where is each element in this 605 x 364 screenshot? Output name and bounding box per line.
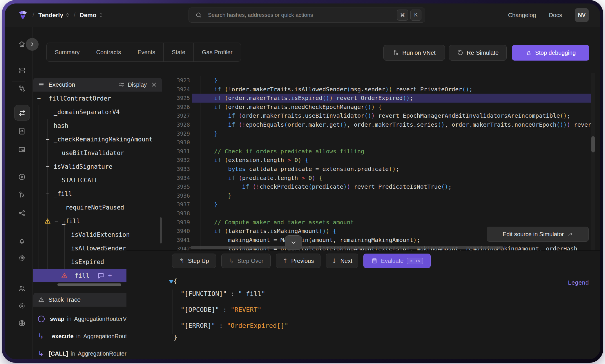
sidebar-item-bell[interactable] <box>14 233 29 248</box>
execution-tree-row[interactable]: −_fill <box>33 214 162 228</box>
execution-tree-row[interactable]: _domainSeparatorV4 <box>33 105 162 119</box>
add-comment-button[interactable]: + <box>108 272 112 280</box>
menu-icon[interactable] <box>38 81 44 88</box>
call-label: isExpired <box>71 259 104 265</box>
sidebar-item-git-fork[interactable] <box>14 187 29 202</box>
sidebar-item-play-circle[interactable] <box>14 169 29 184</box>
call-label: _domainSeparatorV4 <box>54 109 120 116</box>
execution-tree-row[interactable]: −_fill <box>33 187 162 201</box>
call-label: STATICCALL <box>62 177 98 184</box>
global-search[interactable]: ⌘ K <box>189 8 425 23</box>
collapse-dash-icon[interactable]: − <box>46 136 50 143</box>
execution-tree-row[interactable]: useBitInvalidator <box>33 146 162 160</box>
debugger-tabs: SummaryContractsEventsStateGas Profiler <box>46 43 241 62</box>
output-row: "[FUNCTION]" : "_fill" <box>181 290 265 298</box>
display-sliders-icon <box>118 81 125 88</box>
breadcrumb-product[interactable]: Tenderly <box>38 12 70 19</box>
close-icon[interactable] <box>151 81 157 88</box>
tab-contracts[interactable]: Contracts <box>88 43 129 61</box>
sidebar-item-share-nodes[interactable] <box>14 205 29 221</box>
editor-hscrollbar[interactable] <box>190 246 503 249</box>
avatar[interactable]: NV <box>575 8 589 22</box>
sidebar-item-git-compare[interactable] <box>14 81 29 96</box>
execution-title: Execution <box>48 81 75 88</box>
stop-debugging-button[interactable]: Stop debugging <box>512 45 589 61</box>
sidebar-item-contract-file[interactable] <box>14 123 29 139</box>
sidebar-item-server-stack[interactable] <box>14 63 29 78</box>
changelog-link[interactable]: Changelog <box>508 12 536 19</box>
code-line: } <box>186 76 218 85</box>
execution-tree-row[interactable]: −_fillContractOrder <box>33 92 162 105</box>
search-icon <box>195 12 202 19</box>
sidebar-item-wallet[interactable] <box>14 142 29 157</box>
execution-tree-row[interactable]: −_checkRemainingMakingAmount <box>33 132 162 146</box>
sidebar-item-users[interactable] <box>14 281 29 296</box>
chevron-down-icon <box>290 239 297 246</box>
warning-icon <box>61 272 68 279</box>
execution-tree-row[interactable]: −isValidSignature <box>33 160 162 173</box>
call-label: isValidExtension <box>71 231 130 238</box>
collapse-dash-icon[interactable]: − <box>46 190 50 197</box>
sidebar-item-globe[interactable] <box>14 316 29 331</box>
sidebar-item-swap-arrows[interactable] <box>14 105 30 121</box>
execution-tree-row[interactable]: hash <box>33 119 162 132</box>
collapse-dash-icon[interactable]: − <box>37 95 41 102</box>
sidebar-divider <box>12 186 25 186</box>
legend-link[interactable]: Legend <box>568 279 589 286</box>
search-input[interactable] <box>207 12 395 19</box>
output-close-brace: } <box>173 333 177 342</box>
output-row: "[OPCODE]" : "REVERT" <box>181 305 261 314</box>
comment-icon[interactable] <box>97 272 105 279</box>
docs-link[interactable]: Docs <box>549 12 562 19</box>
sidebar-expand-button[interactable] <box>26 38 39 51</box>
breadcrumb-project[interactable]: Demo <box>79 12 103 19</box>
editor-vscrollbar[interactable] <box>591 136 595 152</box>
sidebar-item-gear[interactable] <box>14 298 29 313</box>
breadcrumb-slash: / <box>32 11 34 19</box>
code-line: bytes calldata predicate = extension.pre… <box>186 165 399 174</box>
git-fork-icon <box>18 191 26 199</box>
warning-icon <box>44 218 51 225</box>
display-button[interactable]: Display <box>118 81 147 88</box>
bell-icon <box>18 237 26 245</box>
tab-gas-profiler[interactable]: Gas Profiler <box>193 43 241 61</box>
screen: / Tenderly / Demo ⌘ K Changelog Docs <box>0 0 605 364</box>
execution-tree-row[interactable]: STATICCALL <box>33 173 162 187</box>
play-circle-icon <box>18 173 26 181</box>
collapse-dash-icon[interactable]: − <box>55 218 58 225</box>
sidebar-item-chip[interactable] <box>14 250 29 265</box>
re-simulate-button[interactable]: Re-Simulate <box>449 45 507 61</box>
edit-source-button[interactable]: Edit source in Simulator <box>487 227 589 242</box>
code-line: } <box>186 191 232 200</box>
tenderly-logo-icon[interactable] <box>17 10 28 21</box>
breadcrumb: / Tenderly / Demo <box>32 3 103 27</box>
code-line: // Compute maker and taker assets amount <box>186 218 354 227</box>
run-on-vnet-button[interactable]: Run on VNet <box>383 45 445 61</box>
call-label: useBitInvalidator <box>62 150 124 156</box>
home-icon <box>18 40 26 48</box>
code-line: // Check if orders predicate allows fill… <box>186 147 364 156</box>
execution-hscrollbar[interactable] <box>57 283 121 286</box>
top-bar: / Tenderly / Demo ⌘ K Changelog Docs <box>5 3 600 27</box>
code-line: if (!epochEquals(order.maker.get(), orde… <box>186 120 595 129</box>
call-label: _fill <box>54 190 72 197</box>
tab-state[interactable]: State <box>163 43 193 61</box>
chevron-updown-icon <box>99 12 103 18</box>
execution-tree-row[interactable]: isValidExtension <box>33 228 162 241</box>
bug-icon <box>526 50 532 56</box>
tab-events[interactable]: Events <box>129 43 163 61</box>
collapse-dash-icon[interactable]: − <box>46 163 50 170</box>
editor-vscroll-track <box>591 73 595 250</box>
execution-vscrollbar[interactable] <box>160 217 162 243</box>
call-label: _checkRemainingMakingAmount <box>54 136 153 143</box>
chevron-updown-icon <box>66 12 70 18</box>
call-label: hash <box>54 122 68 129</box>
swap-arrows-icon <box>18 109 26 117</box>
scroll-to-current-button[interactable] <box>285 235 302 250</box>
collapse-triangle-icon[interactable] <box>169 280 173 283</box>
git-compare-icon <box>18 85 26 92</box>
execution-tree-row[interactable]: _requireNotPaused <box>33 201 162 214</box>
return-arrow-icon: ↳ <box>38 350 45 358</box>
call-label: isAllowedSender <box>71 245 126 252</box>
tab-summary[interactable]: Summary <box>47 43 88 61</box>
